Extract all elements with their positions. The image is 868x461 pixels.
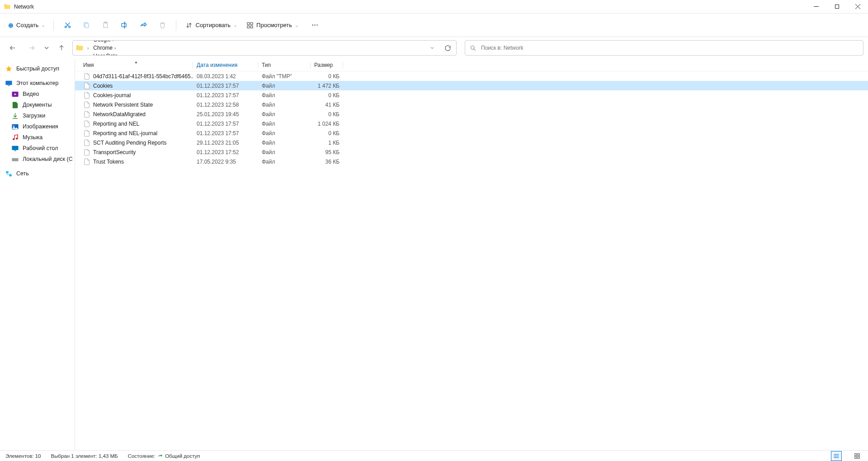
- more-button[interactable]: [306, 17, 324, 33]
- file-icon: [83, 120, 90, 127]
- file-row[interactable]: Trust Tokens 17.05.2022 9:35 Файл 36 КБ: [75, 157, 868, 166]
- file-icon: [83, 111, 90, 118]
- sidebar-item[interactable]: Изображения: [0, 121, 75, 132]
- breadcrumb-item[interactable]: User Data›: [91, 52, 123, 56]
- column-size[interactable]: Размер: [311, 62, 343, 68]
- svg-line-28: [474, 49, 475, 50]
- status-count: Элементов: 10: [5, 453, 41, 459]
- svg-point-21: [312, 24, 313, 25]
- file-icon: [83, 73, 90, 80]
- titlebar: Network: [0, 0, 868, 14]
- share-button[interactable]: [134, 17, 152, 33]
- search-box[interactable]: [465, 40, 863, 56]
- sidebar-item-icon: [11, 122, 19, 131]
- folder-icon: [4, 3, 11, 10]
- file-row[interactable]: Network Persistent State 01.12.2023 12:5…: [75, 100, 868, 109]
- file-row[interactable]: SCT Auditing Pending Reports 29.11.2023 …: [75, 138, 868, 147]
- address-history-button[interactable]: [425, 41, 439, 55]
- svg-rect-8: [85, 24, 89, 28]
- separator: [176, 20, 176, 31]
- file-icon: [83, 158, 90, 165]
- address-bar[interactable]: › AppData›Local›Google›Chrome›User Data›…: [72, 40, 457, 56]
- svg-point-42: [13, 159, 13, 160]
- window-title: Network: [14, 4, 34, 10]
- svg-rect-50: [855, 456, 857, 458]
- sort-button[interactable]: Сортировать ⌵: [181, 19, 241, 32]
- file-row[interactable]: 04d7d311-61af-412f-8f31-554bc7df6465... …: [75, 71, 868, 81]
- view-icon: [246, 22, 254, 29]
- file-row[interactable]: TransportSecurity 01.12.2023 17:52 Файл …: [75, 147, 868, 157]
- search-icon: [470, 45, 476, 52]
- file-icon: [83, 82, 90, 89]
- file-icon: [83, 139, 90, 146]
- sidebar-item-icon: [11, 101, 19, 109]
- file-row[interactable]: Reporting and NEL 01.12.2023 17:57 Файл …: [75, 119, 868, 128]
- svg-rect-17: [247, 23, 250, 25]
- navbar: › AppData›Local›Google›Chrome›User Data›…: [0, 37, 868, 59]
- view-button[interactable]: Просмотреть ⌵: [242, 19, 302, 32]
- file-icon: [83, 149, 90, 156]
- view-large-icons-button[interactable]: [852, 451, 863, 461]
- file-icon: [83, 92, 90, 99]
- maximize-button[interactable]: [826, 0, 847, 14]
- column-name[interactable]: Имя ▲: [80, 62, 193, 68]
- sidebar-item[interactable]: Музыка: [0, 132, 75, 143]
- copy-button[interactable]: [77, 17, 95, 33]
- search-input[interactable]: [481, 45, 859, 51]
- separator: [53, 20, 54, 31]
- delete-button[interactable]: [153, 17, 171, 33]
- minimize-button[interactable]: [806, 0, 826, 14]
- breadcrumb-item[interactable]: Chrome›: [91, 44, 123, 52]
- sort-icon: [185, 22, 193, 29]
- sidebar-item[interactable]: Рабочий стол: [0, 143, 75, 154]
- chevron-down-icon: ⌵: [234, 23, 236, 28]
- sidebar-item-icon: [11, 112, 19, 120]
- view-details-button[interactable]: [831, 451, 842, 461]
- sidebar-item[interactable]: Локальный диск (C: [0, 154, 75, 165]
- sidebar-item[interactable]: Видео: [0, 89, 75, 99]
- svg-rect-40: [14, 150, 16, 151]
- refresh-button[interactable]: [441, 41, 454, 55]
- breadcrumb-root-chevron[interactable]: ›: [85, 45, 90, 52]
- svg-rect-44: [9, 174, 12, 176]
- svg-rect-30: [8, 85, 9, 85]
- svg-rect-20: [250, 26, 253, 28]
- svg-point-23: [317, 24, 318, 25]
- breadcrumb-item[interactable]: Google›: [91, 40, 123, 44]
- file-row[interactable]: Cookies-journal 01.12.2023 17:57 Файл 0 …: [75, 90, 868, 100]
- sidebar-item[interactable]: Документы: [0, 99, 75, 110]
- file-row[interactable]: Cookies 01.12.2023 17:57 Файл 1 472 КБ: [75, 81, 868, 90]
- chevron-down-icon: ⌵: [296, 23, 298, 28]
- cut-button[interactable]: [58, 17, 76, 33]
- rename-button[interactable]: [115, 17, 133, 33]
- file-row[interactable]: Reporting and NEL-journal 01.12.2023 17:…: [75, 128, 868, 138]
- up-button[interactable]: [53, 40, 70, 56]
- svg-rect-11: [122, 24, 126, 27]
- sidebar-item-icon: [11, 155, 19, 163]
- sidebar-network[interactable]: Сеть: [0, 168, 75, 179]
- back-button[interactable]: [5, 40, 21, 56]
- file-icon: [83, 101, 90, 108]
- file-row[interactable]: NetworkDataMigrated 25.01.2023 19:45 Фай…: [75, 109, 868, 119]
- sidebar-quick-access[interactable]: Быстрый доступ: [0, 63, 75, 74]
- sidebar-item[interactable]: Загрузки: [0, 110, 75, 121]
- status-selected: Выбран 1 элемент: 1,43 МБ: [51, 453, 118, 459]
- sort-asc-icon: ▲: [134, 60, 138, 64]
- svg-rect-19: [247, 26, 250, 28]
- shared-icon: [157, 453, 163, 459]
- sidebar-item-icon: [11, 90, 19, 98]
- recent-button[interactable]: [42, 40, 51, 56]
- chevron-right-icon: ›: [113, 40, 114, 42]
- forward-button[interactable]: [24, 40, 40, 56]
- new-button[interactable]: ⊕ Создать ⌵: [4, 19, 49, 32]
- sidebar-item-icon: [11, 144, 19, 152]
- sidebar-this-pc[interactable]: Этот компьютер: [0, 78, 75, 89]
- network-icon: [5, 169, 13, 178]
- svg-rect-29: [5, 80, 12, 85]
- column-date[interactable]: Дата изменения: [193, 62, 258, 68]
- column-type[interactable]: Тип: [258, 62, 311, 68]
- folder-icon: [75, 44, 84, 52]
- close-button[interactable]: [847, 0, 868, 14]
- svg-point-5: [69, 26, 71, 28]
- paste-button[interactable]: [96, 17, 114, 33]
